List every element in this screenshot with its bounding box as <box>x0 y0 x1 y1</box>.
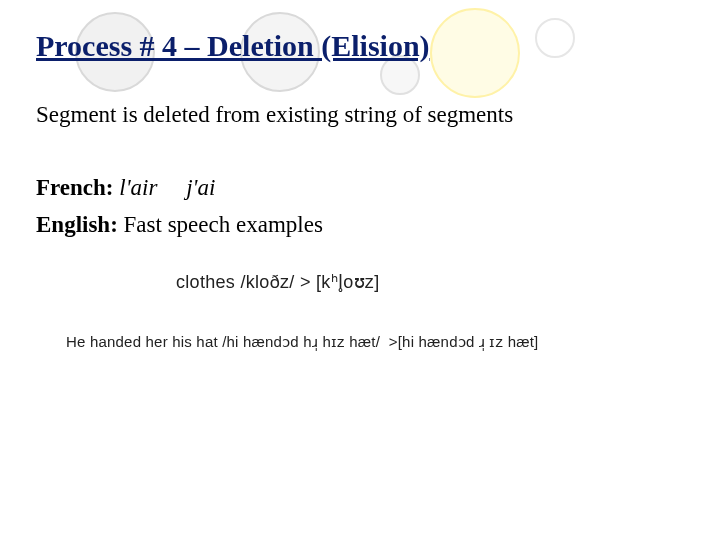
slide-content: Process # 4 – Deletion (Elision) Segment… <box>0 0 720 379</box>
example-underlying: /hi hændɔd hɹ̩ hɪz hæt/ <box>222 333 380 350</box>
arrow-symbol: > <box>389 333 398 350</box>
example-underlying: /kloðz/ <box>240 272 294 292</box>
french-line: French: l'air j'ai <box>36 170 684 207</box>
arrow-symbol: > <box>300 272 311 292</box>
french-label: French: <box>36 175 114 200</box>
example-sentence: He handed her his hat <box>66 333 218 350</box>
english-line: English: Fast speech examples <box>36 207 684 244</box>
english-text: Fast speech examples <box>124 212 323 237</box>
french-example-1: l'air <box>119 175 157 200</box>
slide-description: Segment is deleted from existing string … <box>36 100 684 130</box>
phonetic-example-1: clothes /kloðz/ > [kʰl̥oʊz] <box>176 271 684 293</box>
example-word: clothes <box>176 272 235 292</box>
phonetic-example-2: He handed her his hat /hi hændɔd hɹ̩ hɪz… <box>66 333 684 351</box>
slide-title: Process # 4 – Deletion (Elision) <box>36 28 684 64</box>
english-label: English: <box>36 212 118 237</box>
example-surface: [hi hændɔd ɹ̩ ɪz hæt] <box>398 333 539 350</box>
example-surface: [kʰl̥oʊz] <box>316 272 379 292</box>
french-example-2: j'ai <box>186 175 215 200</box>
